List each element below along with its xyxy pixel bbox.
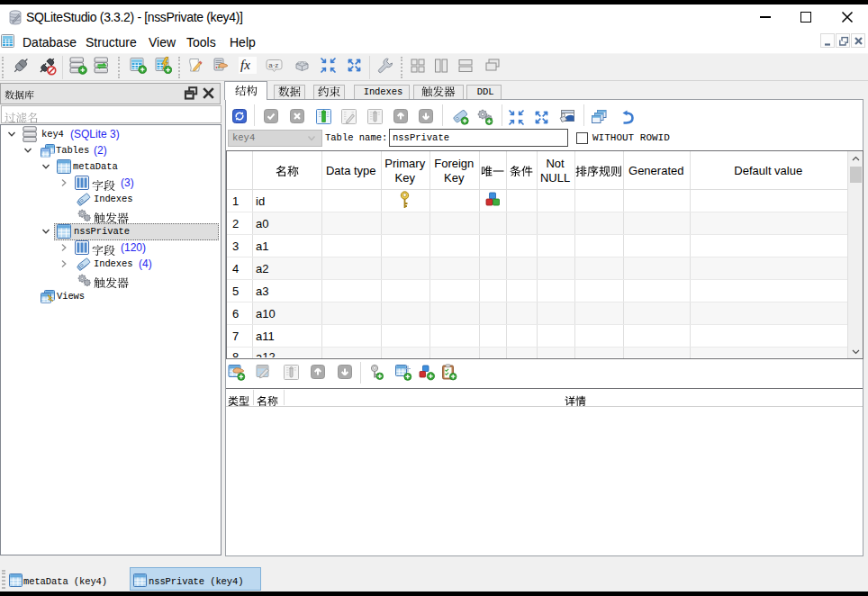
svg-text:a·z: a·z [268, 61, 278, 69]
svg-text:fx: fx [240, 58, 250, 72]
